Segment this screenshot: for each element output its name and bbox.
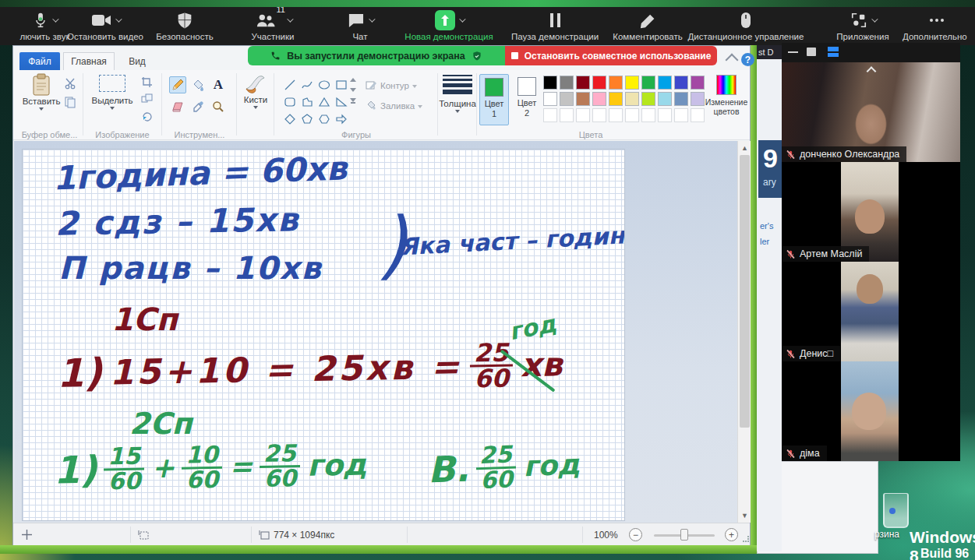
palette-color-swatch[interactable] [576, 76, 590, 90]
brushes-button[interactable]: Кисти [239, 73, 272, 109]
eraser-tool[interactable] [169, 98, 186, 115]
restore-icon[interactable] [807, 48, 816, 56]
palette-empty-swatch[interactable] [641, 108, 655, 122]
palette-color-swatch[interactable] [560, 76, 574, 90]
shape-curve-icon[interactable] [299, 76, 315, 93]
toolbar-item-more[interactable]: Дополнительно [903, 9, 975, 45]
chevron-down-icon[interactable] [871, 16, 878, 22]
toolbar-item-pause-share[interactable]: Пауза демонстрации [500, 9, 609, 45]
pencil-tool[interactable] [169, 76, 186, 93]
magnifier-tool[interactable] [210, 98, 227, 115]
tab-file[interactable]: Файл [19, 52, 60, 70]
palette-empty-swatch[interactable] [691, 108, 705, 122]
palette-empty-swatch[interactable] [592, 108, 606, 122]
scroll-up-icon[interactable] [350, 78, 356, 82]
palette-color-swatch[interactable] [609, 76, 623, 90]
palette-color-swatch[interactable] [576, 92, 590, 106]
chevron-down-icon[interactable] [369, 16, 375, 22]
partial-link[interactable]: er's [760, 221, 773, 231]
minimize-icon[interactable] [788, 51, 798, 53]
palette-color-swatch[interactable] [625, 76, 639, 90]
palette-empty-swatch[interactable] [543, 108, 557, 122]
scroll-more-icon[interactable] [350, 98, 356, 102]
copy-icon[interactable] [63, 95, 77, 109]
palette-empty-swatch[interactable] [576, 108, 590, 122]
recycle-bin-label[interactable]: рзина [874, 529, 899, 540]
scrollbar-up-icon[interactable]: ▲ [739, 142, 751, 154]
shape-right-triangle-icon[interactable] [333, 93, 349, 110]
chevron-down-icon[interactable] [287, 16, 293, 22]
shape-hexagon-icon[interactable] [316, 111, 332, 127]
video-tile[interactable]: донченко Олександра [782, 62, 960, 162]
scrollbar-thumb[interactable] [740, 155, 750, 428]
zoom-in-button[interactable]: + [725, 528, 738, 541]
zoom-out-button[interactable]: − [629, 528, 642, 541]
chevron-down-icon[interactable] [459, 16, 465, 22]
shape-rectangle-icon[interactable] [333, 76, 349, 93]
palette-color-swatch[interactable] [658, 76, 672, 90]
canvas-vertical-scrollbar[interactable]: ▲ ▼ [737, 141, 751, 523]
gallery-view-icon[interactable] [827, 46, 839, 58]
palette-color-swatch[interactable] [592, 92, 606, 106]
recycle-bin-icon[interactable] [883, 493, 909, 528]
palette-color-swatch[interactable] [625, 92, 639, 106]
color2-button[interactable]: Цвет 2 [512, 74, 542, 125]
palette-color-swatch[interactable] [609, 92, 623, 106]
tab-home[interactable]: Главная [63, 52, 115, 70]
palette-color-swatch[interactable] [674, 92, 688, 106]
resize-icon[interactable] [140, 92, 154, 106]
select-button[interactable]: Выделить [88, 75, 136, 110]
text-tool[interactable]: A [210, 76, 227, 93]
palette-color-swatch[interactable] [691, 92, 705, 106]
shape-ellipse-icon[interactable] [316, 76, 332, 93]
shape-polygon-icon[interactable] [299, 93, 315, 110]
color-picker-tool[interactable] [189, 98, 207, 115]
palette-color-swatch[interactable] [592, 76, 606, 90]
fill-tool[interactable] [189, 76, 207, 93]
zoom-slider-thumb[interactable] [680, 529, 688, 541]
shape-diamond-icon[interactable] [281, 111, 298, 127]
shape-pentagon-icon[interactable] [299, 111, 315, 127]
palette-color-swatch[interactable] [674, 76, 688, 90]
palette-color-swatch[interactable] [641, 76, 655, 90]
help-icon[interactable]: ? [741, 53, 754, 66]
partial-link[interactable]: ler [760, 237, 769, 246]
palette-color-swatch[interactable] [560, 92, 574, 106]
palette-color-swatch[interactable] [543, 92, 557, 106]
palette-empty-swatch[interactable] [609, 108, 623, 122]
palette-color-swatch[interactable] [641, 92, 655, 106]
fill-dropdown[interactable]: Заливка [366, 100, 422, 111]
ribbon-collapse-icon[interactable] [726, 54, 739, 67]
palette-empty-swatch[interactable] [560, 108, 574, 122]
palette-color-swatch[interactable] [658, 92, 672, 106]
calendar-tile[interactable]: 9 ary [758, 140, 782, 198]
paste-button[interactable]: Вставить [21, 73, 62, 111]
cut-icon[interactable] [63, 76, 77, 90]
shape-triangle-icon[interactable] [316, 93, 332, 110]
video-tile[interactable]: Артем Маслій [782, 162, 960, 262]
color1-button[interactable]: Цвет 1 [479, 74, 509, 125]
shape-line-icon[interactable] [281, 76, 298, 93]
palette-empty-swatch[interactable] [674, 108, 688, 122]
video-tile[interactable]: діма [782, 361, 960, 461]
palette-empty-swatch[interactable] [625, 108, 639, 122]
toolbar-item-apps[interactable]: Приложения [824, 9, 902, 45]
palette-empty-swatch[interactable] [658, 108, 672, 122]
shape-rounded-rectangle-icon[interactable] [281, 93, 298, 110]
outline-dropdown[interactable]: Контур [366, 79, 417, 91]
scrollbar-down-icon[interactable]: ▼ [739, 509, 751, 522]
palette-color-swatch[interactable] [691, 76, 705, 90]
toolbar-item-security[interactable]: Безопасность [138, 9, 231, 45]
stop-share-button[interactable]: Остановить совместное использование [505, 46, 717, 65]
toolbar-item-new-share[interactable]: Новая демонстрация [387, 9, 511, 45]
paint-canvas[interactable]: 1година = 60хв 2 сдз – 15хв П рацв – 10х… [22, 149, 625, 521]
thickness-button[interactable]: Толщина [440, 75, 475, 113]
toolbar-item-participants[interactable]: 11 Участники [226, 9, 320, 45]
shape-arrow-right-icon[interactable] [333, 111, 349, 127]
palette-color-swatch[interactable] [543, 76, 557, 90]
crop-icon[interactable] [140, 75, 154, 89]
tab-view[interactable]: Вид [118, 52, 157, 70]
scroll-down-icon[interactable] [350, 88, 356, 92]
rotate-icon[interactable] [140, 109, 154, 123]
video-tile[interactable]: Денис□ [782, 262, 960, 361]
